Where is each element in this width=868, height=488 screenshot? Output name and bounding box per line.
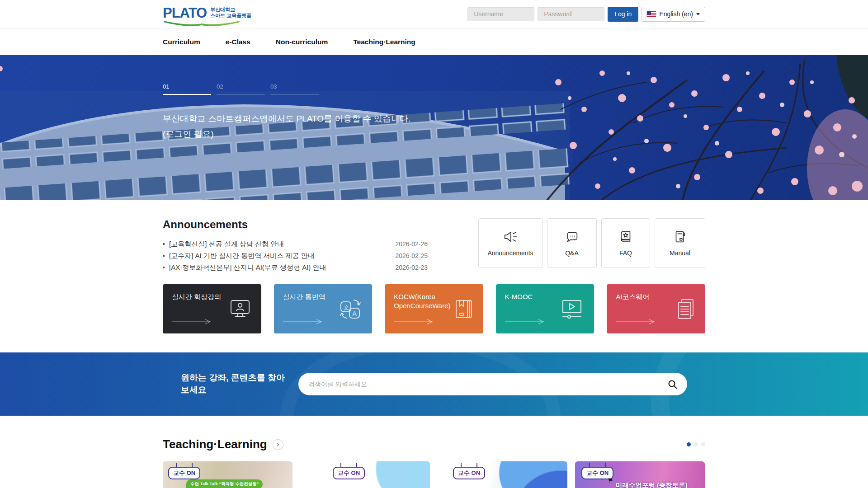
pagination-dot-2[interactable] xyxy=(694,442,698,446)
arrow-right-icon xyxy=(283,319,324,324)
professor-on-badge: 교수 ON xyxy=(453,467,485,479)
announcement-item[interactable]: [AX·정보화혁신본부] 산지니 AI(무료 생성형 AI) 안내 2026-0… xyxy=(163,262,428,273)
quick-link-manual[interactable]: Manual xyxy=(655,218,705,268)
service-cards-section: 실시간 화상강의 실시간 통번역 文 A xyxy=(0,284,868,352)
quick-link-faq[interactable]: FAQ xyxy=(601,218,650,268)
password-input[interactable] xyxy=(538,7,604,21)
service-card-live-translation[interactable]: 실시간 통번역 文 A xyxy=(274,284,373,333)
teaching-learning-section: Teaching·Learning › 교수 ON 수업 Talk Talk "… xyxy=(0,416,868,488)
hero-title: 부산대학교 스마트캠퍼스앱에서도 PLATO를 이용할 수 있습니다. xyxy=(163,113,705,125)
bullet-icon xyxy=(163,255,165,257)
bullet-icon xyxy=(163,243,165,245)
teaching-card-3[interactable]: 교수 ON xyxy=(438,461,567,488)
hero-slide-tab-3[interactable]: 03 xyxy=(270,83,319,95)
video-player-icon xyxy=(559,299,585,319)
login-button[interactable]: Log in xyxy=(608,7,638,22)
manual-binder-icon xyxy=(672,230,688,244)
search-icon xyxy=(668,380,677,389)
teaching-learning-more-button[interactable]: › xyxy=(273,439,283,450)
nav-item-teaching-learning[interactable]: Teaching·Learning xyxy=(353,38,415,46)
search-bar xyxy=(298,373,687,395)
search-button[interactable] xyxy=(668,380,677,389)
hero-slide-tab-2[interactable]: 02 xyxy=(217,83,265,95)
teaching-card-2[interactable]: 교수 ON xyxy=(300,461,430,488)
search-prompt: 원하는 강좌, 콘텐츠를 찾아 보세요 xyxy=(181,372,287,396)
hero-subtitle: (로그인 필요) xyxy=(163,128,705,140)
announcement-date: 2026-02-26 xyxy=(395,240,428,248)
hero-slide-tabs: 01 02 03 xyxy=(163,83,705,95)
service-card-kocw[interactable]: KOCW(Korea OpenCourseWare) xyxy=(385,284,483,333)
service-card-live-video-lecture[interactable]: 실시간 화상강의 xyxy=(163,284,261,333)
search-input[interactable] xyxy=(308,380,668,388)
logo-sub-line1: 부산대학교 xyxy=(210,7,251,13)
professor-on-badge: 교수 ON xyxy=(333,467,365,479)
translate-icon: 文 A xyxy=(339,298,363,320)
announcement-item[interactable]: [교수자] AI 기반 실시간 통번역 서비스 제공 안내 2026-02-25 xyxy=(163,250,428,262)
megaphone-icon xyxy=(503,230,518,244)
logo-green-swoosh-icon xyxy=(163,19,241,27)
language-label: English (en) xyxy=(659,10,693,18)
quick-links: Announcements Q&A FAQ xyxy=(478,218,705,268)
documents-icon xyxy=(675,298,696,320)
language-selector[interactable]: English (en) xyxy=(642,7,705,22)
announcement-date: 2026-02-25 xyxy=(395,252,428,259)
teaching-card-1[interactable]: 교수 ON 수업 Talk Talk "학과형 수업컨설팅" xyxy=(163,461,292,488)
plato-logo[interactable]: PLATO 부산대학교 스마트 교육플랫폼 xyxy=(163,3,251,25)
chevron-down-icon xyxy=(696,13,700,15)
login-area: Log in English (en) xyxy=(467,7,705,22)
arrow-right-icon xyxy=(505,319,546,324)
teaching-learning-title: Teaching·Learning xyxy=(163,437,267,451)
announcement-date: 2026-02-23 xyxy=(395,264,428,271)
teaching-learning-cards: 교수 ON 수업 Talk Talk "학과형 수업컨설팅" 교수 ON 교수 … xyxy=(163,461,705,488)
arrow-right-icon xyxy=(172,319,212,324)
teaching-card-caption: 수업 Talk Talk "학과형 수업컨설팅" xyxy=(186,479,263,488)
svg-text:文: 文 xyxy=(344,304,349,310)
logo-sub-line2: 스마트 교육플랫폼 xyxy=(210,13,251,19)
teaching-card-4[interactable]: 교수 ON ⚑ 미래수업포럼 (종합토론) xyxy=(575,461,705,488)
professor-on-badge: 교수 ON xyxy=(168,467,200,479)
course-search-section: 원하는 강좌, 콘텐츠를 찾아 보세요 xyxy=(0,352,868,416)
chat-bubble-icon xyxy=(564,230,580,244)
nav-item-curriculum[interactable]: Curriculum xyxy=(163,38,200,46)
service-card-ai-courseware[interactable]: AI코스웨어 xyxy=(607,284,705,333)
quick-link-qna[interactable]: Q&A xyxy=(547,218,597,268)
announcements-title: Announcements xyxy=(163,218,428,231)
top-header: PLATO 부산대학교 스마트 교육플랫폼 Log in English (en… xyxy=(0,0,868,28)
announcement-item[interactable]: [교육혁신실] 전공 설계 상담 신청 안내 2026-02-26 xyxy=(163,238,428,250)
teaching-card-caption: 미래수업포럼 (종합토론) xyxy=(616,481,688,488)
hero-slide-tab-1[interactable]: 01 xyxy=(163,83,211,95)
svg-text:A: A xyxy=(353,310,357,317)
service-card-kmooc[interactable]: K-MOOC xyxy=(496,284,594,333)
logo-brand-text: PLATO xyxy=(163,6,207,20)
book-icon xyxy=(453,298,474,320)
username-input[interactable] xyxy=(467,7,534,21)
bullet-icon xyxy=(163,267,165,268)
faq-book-icon xyxy=(618,230,633,244)
nav-item-non-curriculum[interactable]: Non-curriculum xyxy=(276,38,328,46)
main-navigation: Curriculum e-Class Non-curriculum Teachi… xyxy=(0,28,868,55)
pagination-dot-3[interactable] xyxy=(701,442,705,446)
quick-link-announcements[interactable]: Announcements xyxy=(478,218,542,268)
video-lecture-icon xyxy=(228,298,252,320)
us-flag-icon xyxy=(647,11,656,17)
arrow-right-icon xyxy=(616,319,656,324)
announcements-section: Announcements [교육혁신실] 전공 설계 상담 신청 안내 202… xyxy=(0,200,868,284)
arrow-right-icon xyxy=(394,319,434,324)
carousel-pagination xyxy=(687,442,705,446)
nav-item-e-class[interactable]: e-Class xyxy=(226,38,250,46)
hero-banner: 01 02 03 부산대학교 스마트캠퍼스앱에서도 PLATO를 이용할 수 있… xyxy=(0,55,868,200)
pagination-dot-1[interactable] xyxy=(687,442,691,446)
